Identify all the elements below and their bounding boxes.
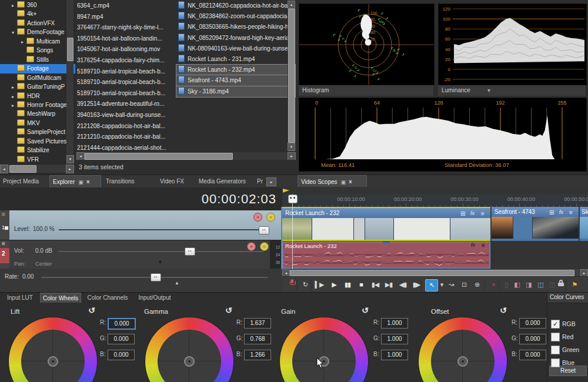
tab-color-channels[interactable]: Color Channels	[84, 293, 131, 303]
track1-level-slider-track[interactable]	[59, 229, 263, 230]
file-list-horizontal-scrollbar[interactable]: ◂ ▸	[76, 152, 296, 160]
clip-menu-icon[interactable]: ≡	[481, 209, 485, 218]
file-scroll-right-button[interactable]: ▸	[288, 152, 296, 160]
file-item[interactable]: Sky - 3186.mp4	[176, 86, 295, 97]
color-curves-header[interactable]: Color Curves	[547, 293, 588, 303]
video-clip-seafront[interactable]: Seafront - 4743 ⊞ fx ≡	[492, 207, 579, 241]
next-frame-icon[interactable]: ▮▶	[411, 279, 422, 290]
color-wheel-offset[interactable]	[419, 317, 507, 382]
file-item[interactable]: Rocket Launch - 232.mp4	[176, 65, 295, 75]
playhead-marker[interactable]	[288, 195, 298, 203]
tree-expander-icon[interactable]: ▾	[12, 28, 17, 37]
tab-video-fx[interactable]: Video FX	[160, 175, 194, 187]
file-scroll-up-button[interactable]: ▴	[288, 1, 295, 9]
color-wheel-lift[interactable]	[9, 317, 97, 382]
event-fx-icon[interactable]: fx	[559, 207, 563, 217]
offset-r-value-field[interactable]: 0.000	[519, 318, 546, 329]
video-clip2-titlebar[interactable]: Seafront - 4743 ⊞ fx ≡	[492, 207, 579, 217]
checkbox-blue[interactable]	[551, 358, 560, 367]
tree-scrollbar-down-button[interactable]: ▾	[66, 155, 74, 163]
selection-tool-icon[interactable]: ⊡	[459, 279, 469, 290]
sidebar-item-golfmulticam[interactable]: GolfMulticam	[0, 73, 76, 83]
play-icon[interactable]: ▶	[329, 279, 339, 290]
reset-gamma-icon[interactable]: ↺	[225, 306, 232, 315]
prev-frame-icon[interactable]: ◀▮	[397, 279, 408, 290]
sidebar-item-360[interactable]: ▸360	[0, 1, 76, 10]
track2-menu-icon[interactable]: ≡	[2, 240, 5, 247]
marker-icon[interactable]: ⚑	[569, 279, 580, 290]
tree-expander-icon[interactable]: ▸	[12, 83, 17, 92]
file-item[interactable]: Seafront - 4743.mp4	[176, 75, 295, 86]
file-scroll-left-button[interactable]: ◂	[76, 152, 85, 160]
file-item[interactable]: NK-080940163-view-ball-during-sunse...	[176, 43, 295, 54]
lift-b-value-field[interactable]: 0.000	[108, 350, 135, 360]
sidebar-item-songs[interactable]: Songs	[0, 46, 76, 55]
timeline-scrollbar-thumb[interactable]	[290, 270, 574, 276]
checkbox-red[interactable]	[551, 333, 560, 341]
tree-expander-icon[interactable]: ▸	[12, 101, 17, 110]
tab-window-icon[interactable]: ▣	[341, 179, 346, 185]
tab-overflow-button[interactable]: ▸	[266, 177, 276, 186]
tab-media-generators[interactable]: Media Generators	[199, 175, 253, 187]
checkbox-rgb[interactable]: ✓	[551, 320, 560, 329]
file-item[interactable]: NK_083503665-hikers-people-hiking-h...	[176, 22, 295, 32]
gamma-g-value-field[interactable]: 0.768	[244, 334, 271, 344]
lift-r-value-field[interactable]: 0.000	[108, 318, 136, 330]
pause-icon[interactable]: ▮▮	[342, 279, 353, 290]
tree-vertical-scrollbar[interactable]: ▾	[66, 0, 74, 163]
reset-gain-icon[interactable]: ↺	[362, 306, 369, 315]
edit-tool-button[interactable]: ↖	[425, 279, 438, 291]
audio-track-header[interactable]: ≡ 2 Vol: 0.0 dB ▪▪ Pan: Center ▼ × ○ 122…	[0, 240, 281, 269]
loop-playback-icon[interactable]: ↻	[300, 279, 310, 290]
track1-mute-button[interactable]: ×	[253, 213, 262, 222]
gamma-r-value-field[interactable]: 1.637	[244, 318, 271, 329]
playhead-line[interactable]	[292, 194, 293, 269]
tab-project-media[interactable]: Project Media	[3, 175, 44, 187]
stop-icon[interactable]: ■	[356, 279, 366, 290]
file-list-vertical-scrollbar[interactable]: ▴ ▾	[288, 1, 295, 151]
trim-start-icon[interactable]: ◧	[512, 279, 522, 290]
tree-expander-icon[interactable]: ▸	[12, 1, 17, 10]
tree-scrollbar-thumb[interactable]	[67, 38, 74, 61]
wheel-inner[interactable]	[21, 330, 85, 382]
tree-expander-icon[interactable]: ▸	[21, 38, 26, 46]
histogram-selector[interactable]: Histogram	[299, 85, 433, 96]
track1-level-slider-handle[interactable]: ▪▪	[259, 226, 269, 234]
sidebar-item-demofootage[interactable]: ▾DemoFootage	[0, 28, 76, 37]
rate-slider-handle[interactable]: ▪▪	[151, 273, 161, 282]
tree-scroll-left-button[interactable]: ◂	[0, 165, 8, 173]
track2-mute-button[interactable]: ×	[247, 242, 256, 251]
tab-video-scopes[interactable]: Video Scopes▣×	[298, 175, 367, 187]
sidebar-item-hdr[interactable]: ▸HDR	[0, 92, 76, 101]
clip-menu-icon[interactable]: ≡	[482, 242, 485, 249]
event-fx-icon[interactable]: fx	[470, 209, 475, 218]
tree-expander-icon[interactable]: ▸	[12, 92, 17, 101]
envelope-tool-icon[interactable]: ↝	[446, 279, 456, 290]
sidebar-item-mkv[interactable]: MKV	[0, 119, 76, 128]
wheel-puck-gamma[interactable]	[184, 356, 195, 367]
file-item[interactable]: 6364_c.mp4	[77, 1, 176, 11]
tab-close-icon[interactable]: ×	[86, 179, 90, 185]
sidebar-item-stills[interactable]: Stills	[0, 55, 76, 65]
track2-vol-slider-track[interactable]	[59, 251, 263, 252]
go-to-start-icon[interactable]: ▮◀	[370, 279, 380, 290]
wheel-puck-offset[interactable]	[457, 356, 468, 367]
video-clip1-titlebar[interactable]: Rocket Launch - 232 ⊞ fx ≡	[282, 208, 490, 218]
tab-input-output[interactable]: Input/Output	[134, 293, 175, 303]
snap-icon[interactable]: ▯	[501, 279, 512, 290]
event-fx-icon[interactable]: fx	[471, 242, 475, 248]
file-item[interactable]: 5189710-aerial-tropical-beach-b...	[77, 77, 176, 88]
track2-solo-button[interactable]: ○	[260, 242, 269, 251]
clip-menu-icon[interactable]: ≡	[569, 207, 573, 217]
sidebar-item-meshwarp[interactable]: MeshWarp	[0, 109, 76, 119]
sidebar-item-horror-footage[interactable]: ▸Horror Footage	[0, 100, 76, 110]
file-scrollbar-thumb-v[interactable]	[288, 9, 295, 143]
wheel-inner[interactable]	[431, 330, 495, 382]
sidebar-item-stabilize[interactable]: Stabilize	[0, 146, 76, 155]
luminance-dropdown-icon[interactable]: ▾	[487, 87, 490, 93]
track-splitter[interactable]	[281, 207, 282, 269]
sidebar-item-guitartuningp[interactable]: ▸GuitarTuningP	[0, 82, 76, 92]
tree-scroll-right-button[interactable]: ▸	[66, 165, 74, 173]
tree-scrollbar-thumb-h[interactable]	[9, 165, 36, 173]
file-item[interactable]: Rocket Launch - 231.mp4	[176, 54, 295, 65]
